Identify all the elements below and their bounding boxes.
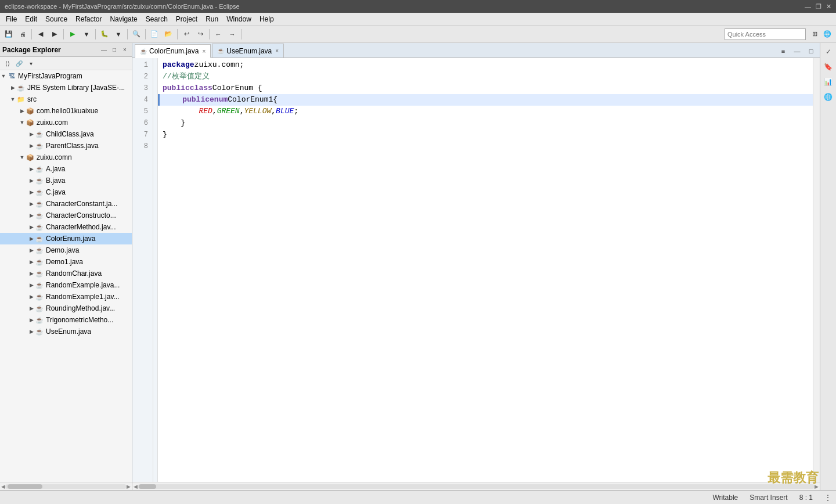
tree-scrollbar[interactable]: ◀ ▶ bbox=[0, 482, 132, 490]
editor-scroll-left[interactable]: ◀ bbox=[134, 484, 138, 489]
tree-item-demo1[interactable]: ▶ ☕ Demo1.java bbox=[0, 256, 132, 268]
run-button[interactable]: ▶ bbox=[66, 28, 79, 41]
view-button[interactable]: 🌐 bbox=[821, 28, 834, 41]
perspective-button[interactable]: ⊞ bbox=[808, 28, 821, 41]
tab-min-btn[interactable]: — bbox=[791, 45, 803, 57]
debug-button[interactable]: 🐛 bbox=[98, 28, 111, 41]
tree-item-useenum[interactable]: ▶ ☕ UseEnum.java bbox=[0, 326, 132, 337]
search-button[interactable]: 🔍 bbox=[130, 28, 143, 41]
tree-item-charmethod[interactable]: ▶ ☕ CharacterMethod.jav... bbox=[0, 221, 132, 233]
tree-label: Demo1.java bbox=[46, 258, 83, 266]
tasks-button[interactable]: ✓ bbox=[822, 45, 835, 58]
close-button[interactable]: ✕ bbox=[826, 3, 831, 10]
tree-item-src[interactable]: ▼ 📁 src bbox=[0, 93, 132, 105]
tree-icon: ☕ bbox=[35, 141, 44, 150]
tab-close-btn[interactable]: × bbox=[275, 48, 279, 54]
menu-item-run[interactable]: Run bbox=[202, 14, 222, 24]
menu-item-file[interactable]: File bbox=[2, 14, 20, 24]
tree-arrow: ▶ bbox=[19, 107, 26, 114]
tree-icon: ☕ bbox=[35, 292, 44, 301]
tab-list-btn[interactable]: ≡ bbox=[777, 45, 790, 57]
tab-label: ColorEnum.java bbox=[149, 47, 199, 55]
tree-label: CharacterConstant.ja... bbox=[46, 200, 117, 208]
code-area[interactable]: package zuixu.comn;//枚举值定义public class C… bbox=[158, 58, 813, 482]
tree-item-trig[interactable]: ▶ ☕ TrigonometricMetho... bbox=[0, 314, 132, 326]
line-number-8: 8 bbox=[137, 141, 148, 152]
tree-item-rounding[interactable]: ▶ ☕ RoundingMethod.jav... bbox=[0, 303, 132, 314]
link-editor-button[interactable]: 🔗 bbox=[14, 58, 24, 69]
tree-icon: 📦 bbox=[26, 106, 35, 116]
tree-label: JRE System Library [JavaSE-... bbox=[27, 84, 125, 92]
tree-arrow: ▶ bbox=[28, 200, 35, 207]
tree-view-menu[interactable]: ▾ bbox=[26, 58, 36, 69]
tab-close-btn[interactable]: × bbox=[202, 48, 206, 55]
useenum-tab[interactable]: ☕ UseEnum.java × bbox=[212, 44, 284, 57]
tree-item-charconstr[interactable]: ▶ ☕ CharacterConstructo... bbox=[0, 210, 132, 221]
minimize-button[interactable]: — bbox=[805, 3, 811, 10]
prev-edit-button[interactable]: ◀ bbox=[34, 28, 47, 41]
editor-scroll-thumb bbox=[139, 484, 156, 489]
menu-item-navigate[interactable]: Navigate bbox=[106, 14, 140, 24]
menu-item-window[interactable]: Window bbox=[223, 14, 255, 24]
title-bar-controls: — ❐ ✕ bbox=[805, 3, 831, 10]
collapse-all-button[interactable]: ⟨⟩ bbox=[2, 58, 13, 69]
editor-scrollbar[interactable] bbox=[813, 58, 820, 482]
next-edit-button[interactable]: ▶ bbox=[48, 28, 61, 41]
fwd-nav-button[interactable]: → bbox=[226, 28, 239, 41]
tree-arrow: ▶ bbox=[28, 212, 35, 219]
tree-item-com.hello[interactable]: ▶ 📦 com.hello01kuaixue bbox=[0, 105, 132, 117]
panel-maximize-button[interactable]: □ bbox=[110, 45, 119, 55]
tree-item-demo[interactable]: ▶ ☕ Demo.java bbox=[0, 244, 132, 256]
save-button[interactable]: 💾 bbox=[2, 28, 15, 41]
redo-button[interactable]: ↪ bbox=[194, 28, 207, 41]
tree-item-a[interactable]: ▶ ☕ A.java bbox=[0, 163, 132, 175]
tree-icon: ☕ bbox=[35, 211, 44, 220]
toolbar-sep-1 bbox=[31, 29, 32, 39]
tree-arrow: ▶ bbox=[28, 247, 35, 254]
tree-arrow: ▶ bbox=[28, 328, 35, 335]
tree-item-parent[interactable]: ▶ ☕ ParentClass.java bbox=[0, 140, 132, 152]
colorenum-tab[interactable]: ☕ ColorEnum.java × bbox=[135, 44, 211, 58]
tree-item-jre[interactable]: ▶ ☕ JRE System Library [JavaSE-... bbox=[0, 82, 132, 93]
open-button[interactable]: 📂 bbox=[162, 28, 175, 41]
run-dropdown[interactable]: ▼ bbox=[80, 28, 93, 41]
panel-minimize-button[interactable]: — bbox=[99, 45, 109, 55]
back-nav-button[interactable]: ← bbox=[212, 28, 225, 41]
scroll-left-btn[interactable]: ◀ bbox=[1, 484, 5, 489]
tree-item-c[interactable]: ▶ ☕ C.java bbox=[0, 186, 132, 198]
tree-label: ChildClass.java bbox=[46, 130, 94, 138]
tree-arrow: ▶ bbox=[28, 305, 35, 312]
tree-item-randomchar[interactable]: ▶ ☕ RandomChar.java bbox=[0, 268, 132, 279]
menu-item-project[interactable]: Project bbox=[172, 14, 201, 24]
menu-item-help[interactable]: Help bbox=[256, 14, 278, 24]
debug-dropdown[interactable]: ▼ bbox=[112, 28, 125, 41]
maximize-button[interactable]: ❐ bbox=[816, 3, 821, 10]
toolbar-sep-2 bbox=[63, 29, 64, 39]
tree-item-randomex[interactable]: ▶ ☕ RandomExample.java... bbox=[0, 279, 132, 291]
tree-item-b[interactable]: ▶ ☕ B.java bbox=[0, 175, 132, 186]
tree-item-myfirstjava[interactable]: ▼ 🏗 MyFirstJavaProgram bbox=[0, 70, 132, 82]
panel-header: Package Explorer — □ × bbox=[0, 43, 132, 57]
menu-item-search[interactable]: Search bbox=[142, 14, 171, 24]
tree-arrow: ▶ bbox=[28, 282, 35, 289]
undo-button[interactable]: ↩ bbox=[180, 28, 193, 41]
menu-item-edit[interactable]: Edit bbox=[21, 14, 41, 24]
overview-ruler-button[interactable]: 📊 bbox=[822, 75, 835, 88]
tree-item-child[interactable]: ▶ ☕ ChildClass.java bbox=[0, 128, 132, 140]
menu-item-source[interactable]: Source bbox=[42, 14, 71, 24]
globe-button[interactable]: 🌐 bbox=[822, 91, 835, 103]
tree-item-zuixu.comn[interactable]: ▼ 📦 zuixu.comn bbox=[0, 152, 132, 163]
tree-item-zuixu.com[interactable]: ▼ 📦 zuixu.com bbox=[0, 117, 132, 128]
tree-item-randomex1[interactable]: ▶ ☕ RandomExample1.jav... bbox=[0, 291, 132, 303]
editor-hscrollbar[interactable]: ◀ ▶ bbox=[132, 482, 820, 490]
quick-access-input[interactable] bbox=[725, 28, 806, 40]
print-button[interactable]: 🖨 bbox=[16, 28, 29, 41]
menu-item-refactor[interactable]: Refactor bbox=[72, 14, 105, 24]
tree-item-charconst[interactable]: ▶ ☕ CharacterConstant.ja... bbox=[0, 198, 132, 210]
new-button[interactable]: 📄 bbox=[148, 28, 161, 41]
tab-max-btn[interactable]: □ bbox=[805, 45, 817, 57]
bookmarks-button[interactable]: 🔖 bbox=[822, 60, 835, 73]
tree-item-colorenum[interactable]: ▶ ☕ ColorEnum.java bbox=[0, 233, 132, 244]
scroll-right-btn[interactable]: ▶ bbox=[127, 484, 131, 489]
panel-close-button[interactable]: × bbox=[120, 45, 129, 55]
